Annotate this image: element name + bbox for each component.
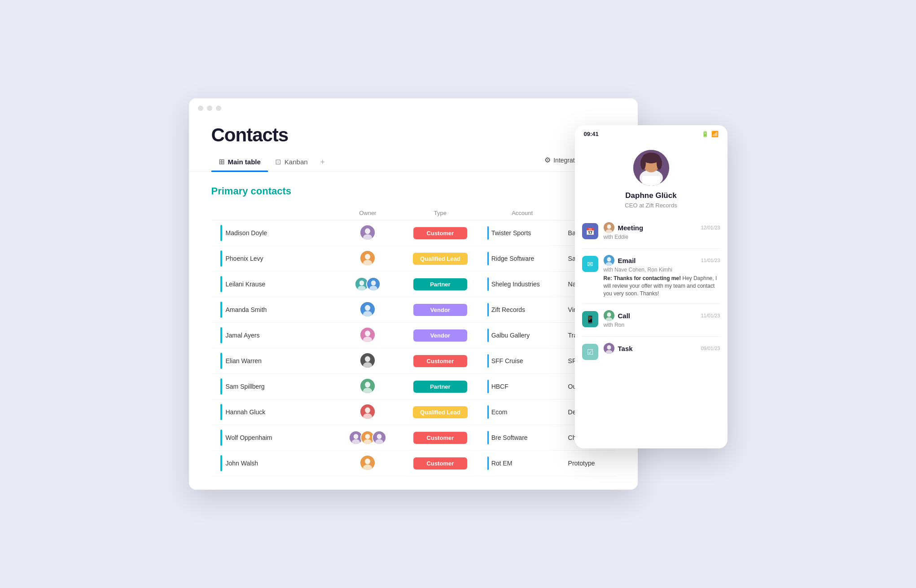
svg-point-53 xyxy=(607,257,611,262)
page-header: Contacts xyxy=(189,111,638,146)
row-indicator xyxy=(220,455,222,471)
tab-main-table[interactable]: ⊞ Main table xyxy=(211,153,268,172)
activity-type: Email xyxy=(618,257,636,264)
account-name: Galbu Gallery xyxy=(491,332,530,339)
activity-icon: 📅 xyxy=(582,223,598,239)
activity-content: Task 09/01/23 xyxy=(604,343,720,355)
account-divider xyxy=(487,431,489,444)
table-row[interactable]: Wolf Oppenhaim Cust xyxy=(211,425,615,451)
svg-point-22 xyxy=(365,382,370,387)
account-cell: Ridge Software xyxy=(482,246,563,272)
type-badge: Partner xyxy=(413,381,467,393)
account-divider xyxy=(487,277,489,291)
table-row[interactable]: John Walsh Customer Rot EM Prototype xyxy=(211,451,615,476)
avatar xyxy=(360,251,375,265)
owner-cell xyxy=(337,297,399,323)
contact-name: John Walsh xyxy=(226,460,259,467)
svg-point-4 xyxy=(365,254,370,259)
contact-name-cell: Sam Spillberg xyxy=(217,378,332,395)
contacts-tbody: Madison Doyle Customer Twister Sports Ba… xyxy=(211,220,615,476)
avatar-group xyxy=(342,277,394,291)
table-row[interactable]: Jamal Ayers Vendor Galbu Gallery Trays xyxy=(211,323,615,348)
owner-cell xyxy=(337,272,399,297)
contact-name: Leilani Krause xyxy=(226,281,266,288)
svg-point-29 xyxy=(352,439,360,445)
svg-point-35 xyxy=(376,439,384,445)
contacts-table: Owner Type Account Deals Madison Doyle C… xyxy=(211,206,615,476)
activity-item[interactable]: 📅 Meeting 12/01/23 with Eddie xyxy=(582,216,720,249)
tab-kanban[interactable]: ⊡ Kanban xyxy=(268,153,315,172)
table-row[interactable]: Hannah Gluck Qualified Lead Ecom Deal 1 xyxy=(211,399,615,425)
row-indicator xyxy=(220,404,222,420)
activity-sub: with Nave Cohen, Ron Kimhi xyxy=(604,267,720,273)
battery-icon: 🔋 xyxy=(701,131,709,137)
account-name: SFF Cruise xyxy=(491,357,523,364)
table-row[interactable]: Phoenix Levy Qualified Lead Ridge Softwa… xyxy=(211,246,615,272)
account-cell: Zift Records xyxy=(482,297,563,323)
account-cell-inner: Ecom xyxy=(487,405,557,419)
table-row[interactable]: Madison Doyle Customer Twister Sports Ba… xyxy=(211,220,615,246)
row-indicator xyxy=(220,327,222,343)
account-name: Rot EM xyxy=(491,460,513,467)
type-badge: Customer xyxy=(413,457,467,470)
type-badge: Qualified Lead xyxy=(413,406,468,418)
table-row[interactable]: Sam Spillberg Partner HBCF Outsourci xyxy=(211,374,615,399)
account-cell: Galbu Gallery xyxy=(482,323,563,348)
type-badge: Customer xyxy=(413,432,467,444)
contact-name-cell: Elian Warren xyxy=(217,353,332,369)
type-cell: Customer xyxy=(399,348,482,374)
col-header-type: Type xyxy=(399,206,482,220)
tab-kanban-label: Kanban xyxy=(285,158,308,166)
activity-icon: ✉ xyxy=(582,256,598,272)
row-indicator xyxy=(220,250,222,267)
svg-point-46 xyxy=(640,157,646,170)
table-row[interactable]: Elian Warren Customer SFF Cruise SF crui… xyxy=(211,348,615,374)
account-cell-inner: Rot EM xyxy=(487,456,557,470)
contact-name: Jamal Ayers xyxy=(226,332,260,339)
svg-point-16 xyxy=(365,330,370,336)
svg-point-47 xyxy=(657,157,662,170)
account-cell: Ecom xyxy=(482,399,563,425)
avatar xyxy=(360,404,375,419)
table-section: Primary contacts Owner Type Account Deal… xyxy=(189,172,638,490)
svg-point-1 xyxy=(365,228,370,234)
activity-sub: with Ron xyxy=(604,322,720,328)
status-icons: 🔋 📶 xyxy=(701,131,719,137)
svg-point-56 xyxy=(607,312,611,317)
integrate-icon: ⚙ xyxy=(544,156,551,164)
tab-add-button[interactable]: + xyxy=(315,153,331,171)
account-name: Ecom xyxy=(491,408,508,416)
svg-point-37 xyxy=(365,458,370,464)
dot-green xyxy=(216,105,221,111)
contact-name-cell: Phoenix Levy xyxy=(217,250,332,267)
account-name: Ridge Software xyxy=(491,255,535,262)
activity-type: Meeting xyxy=(618,224,644,232)
activity-item[interactable]: ✉ Email 11/01/23 with Nave Cohen, Ron Ki… xyxy=(582,249,720,304)
row-indicator xyxy=(220,302,222,318)
activity-header: Meeting 12/01/23 xyxy=(604,222,720,233)
contact-name: Phoenix Levy xyxy=(226,255,263,262)
window-titlebar xyxy=(189,98,638,111)
avatar xyxy=(372,430,386,445)
dot-yellow xyxy=(207,105,212,111)
account-divider xyxy=(487,354,489,368)
svg-point-19 xyxy=(365,356,370,362)
email-icon: ✉ xyxy=(587,260,593,268)
account-name: Bre Software xyxy=(491,434,528,441)
scene: Contacts ⊞ Main table ⊡ Kanban + ⚙ Integ… xyxy=(189,98,728,490)
table-row[interactable]: Leilani Krause Partner Sheleg Industries… xyxy=(211,272,615,297)
activity-item[interactable]: ☑ Task 09/01/23 xyxy=(582,337,720,366)
account-cell-inner: Bre Software xyxy=(487,431,557,444)
account-name: Zift Records xyxy=(491,306,525,313)
call-icon: 📱 xyxy=(586,315,595,324)
activity-item[interactable]: 📱 Call 11/01/23 with Ron xyxy=(582,304,720,337)
row-indicator xyxy=(220,225,222,241)
svg-point-13 xyxy=(365,305,370,311)
activity-person-avatar xyxy=(604,222,614,233)
avatar xyxy=(360,302,375,316)
svg-rect-48 xyxy=(642,176,660,186)
account-cell-inner: Ridge Software xyxy=(487,252,557,265)
table-row[interactable]: Amanda Smith Vendor Zift Records Vinyl E… xyxy=(211,297,615,323)
activity-date: 12/01/23 xyxy=(701,225,720,230)
account-divider xyxy=(487,226,489,240)
